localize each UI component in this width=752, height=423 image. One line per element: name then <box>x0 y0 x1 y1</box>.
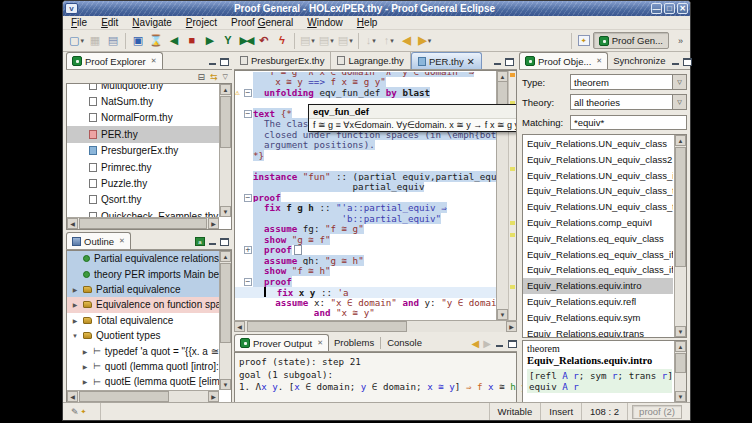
proof-explorer-hscrollbar[interactable]: ◀ ▶ <box>67 217 219 229</box>
code-line[interactable]: and "x ≅ y" <box>235 308 496 319</box>
menu-file[interactable]: File <box>71 17 87 28</box>
minimize-button[interactable]: — <box>651 3 662 14</box>
file-item-multiquote-thy[interactable]: Multiquote.thy <box>67 84 219 93</box>
scroll-left-icon[interactable]: ◀ <box>67 218 78 229</box>
proof-explorer-vscrollbar[interactable]: ▲ ▼ <box>219 84 231 217</box>
stop-icon[interactable]: ■ <box>183 32 201 50</box>
scroll-thumb[interactable] <box>220 263 231 343</box>
annotation-mark[interactable] <box>510 233 515 237</box>
matching-input[interactable]: *equiv* <box>570 115 687 130</box>
scroll-up-icon[interactable]: ▲ <box>497 71 508 82</box>
file-item-qsort-thy[interactable]: Qsort.thy <box>67 192 219 208</box>
prev-annotation-icon[interactable]: ↑▾ <box>380 32 398 50</box>
open-resource-icon[interactable]: ▤▾ <box>336 32 355 50</box>
file-item-natsum-thy[interactable]: NatSum.thy <box>67 93 219 109</box>
interrupt-icon[interactable]: ϟ <box>273 32 291 50</box>
file-item-primrec-thy[interactable]: Primrec.thy <box>67 159 219 175</box>
fold-toggle-icon[interactable]: + <box>244 246 252 254</box>
menu-proof-general[interactable]: Proof General <box>231 17 293 28</box>
sync-with-prover-icon[interactable]: a <box>195 237 205 246</box>
editor-hscrollbar[interactable]: ◀ ▶ <box>234 320 517 332</box>
file-item-puzzle-thy[interactable]: Puzzle.thy <box>67 175 219 191</box>
tab-prover-output[interactable]: Prover Output ✕ <box>234 334 329 351</box>
minimize-view-icon[interactable] <box>495 340 504 348</box>
code-line[interactable]: − proof <box>235 277 496 288</box>
outline-item[interactable]: ▶Total equivalence <box>67 313 219 328</box>
tree-toggle-icon[interactable]: ▶ <box>71 317 79 324</box>
scroll-thumb[interactable] <box>79 218 207 229</box>
prev-output-icon[interactable]: ◀ <box>472 338 480 349</box>
perspective-proof-general-button[interactable]: Proof Gen... <box>593 32 669 49</box>
tree-toggle-icon[interactable]: ▶ <box>81 378 89 385</box>
menu-window[interactable]: Window <box>307 17 343 28</box>
fold-toggle-icon[interactable]: − <box>244 194 252 202</box>
editor-content[interactable]: f ≅ g" ∧ x ∈ domain" ∧ "y ∈ domain" ⇒ x … <box>234 70 517 320</box>
outline-vscrollbar[interactable]: ▲ ▼ <box>219 251 231 390</box>
save-icon[interactable]: ▦ <box>86 32 104 50</box>
theorem-list-item[interactable]: Equiv_Relations.UN_equiv_class2 <box>523 152 673 168</box>
file-item-presburgerex-thy[interactable]: PresburgerEx.thy <box>67 143 219 159</box>
undo-step-icon[interactable]: ◀ <box>165 32 183 50</box>
minimize-view-icon[interactable] <box>493 58 502 66</box>
scroll-right-icon[interactable]: ▶ <box>208 391 219 402</box>
theorem-list-item[interactable]: Equiv_Relations.equiv.refl <box>523 294 673 310</box>
scroll-right-icon[interactable]: ▶ <box>208 218 219 229</box>
forward-history-icon[interactable]: ▶▾ <box>416 32 434 50</box>
scroll-down-icon[interactable]: ▼ <box>675 391 686 402</box>
outline-item[interactable]: ▼Quotient types <box>67 328 219 343</box>
outline-item[interactable]: Partial equivalence relations <box>67 251 219 266</box>
next-annotation-icon[interactable]: ↓▾ <box>362 32 380 50</box>
theorem-list-item[interactable]: Equiv_Relations.UN_equiv_class <box>523 136 673 152</box>
tab-console[interactable]: Console <box>382 334 427 351</box>
outline-item[interactable]: ▶⊢quotI (lemma quotI [intro]: " <box>67 359 219 374</box>
scroll-down-icon[interactable]: ▼ <box>220 379 231 390</box>
tab-proof-objects[interactable]: Proof Obje... ✕ <box>519 52 608 69</box>
fold-toggle-icon[interactable]: − <box>244 89 252 97</box>
close-icon[interactable]: ✕ <box>151 57 157 65</box>
print-icon[interactable]: ▤ <box>104 32 122 50</box>
close-button[interactable]: ✕ <box>677 3 688 14</box>
code-line[interactable]: argument positions). <box>235 140 496 151</box>
outline-item[interactable]: ▶⊢quotE (lemma quotE [elim]: <box>67 374 219 389</box>
detail-vscrollbar[interactable]: ▲ ▼ <box>674 341 686 402</box>
tree-toggle-icon[interactable]: ▼ <box>71 333 79 339</box>
prover-output-content[interactable]: proof (state): step 21goal (1 subgoal):1… <box>234 352 517 403</box>
theorem-list-item[interactable]: Equiv_Relations.eq_equiv_class_iff2 <box>523 262 673 278</box>
theorem-list-item[interactable]: Equiv_Relations.UN_equiv_class_inject <box>523 168 673 184</box>
outline-item[interactable]: ▶⊢typedef 'a quot = "{{x. a ≅ <box>67 343 219 358</box>
maximize-view-icon[interactable] <box>505 58 514 66</box>
maximize-view-icon[interactable] <box>683 58 692 66</box>
close-icon[interactable]: ✕ <box>317 339 323 347</box>
window-menu-button[interactable]: v <box>65 3 78 14</box>
theorem-list-item[interactable]: Equiv_Relations.eq_equiv_class_iff <box>523 247 673 263</box>
theorem-list-item[interactable]: Equiv_Relations.comp_equivI <box>523 215 673 231</box>
menu-navigate[interactable]: Navigate <box>132 17 171 28</box>
tree-toggle-icon[interactable]: ▶ <box>71 286 79 293</box>
tab-problems[interactable]: Problems <box>329 334 379 351</box>
fold-toggle-icon[interactable]: − <box>244 278 252 286</box>
annotation-mark[interactable] <box>510 221 515 225</box>
scroll-up-icon[interactable]: ▲ <box>675 135 686 146</box>
scroll-up-icon[interactable]: ▲ <box>220 251 231 262</box>
scroll-thumb[interactable] <box>247 321 407 332</box>
menu-help[interactable]: Help <box>357 17 378 28</box>
editor-tab-per-thy[interactable]: PER.thy✕ <box>411 52 482 69</box>
code-line[interactable]: f ≅ g" ∧ x ∈ domain" ∧ "y ∈ domain" ⇒ <box>235 72 496 77</box>
fold-toggle-icon[interactable]: − <box>244 110 252 118</box>
view-menu-icon[interactable]: ▽ <box>223 73 228 81</box>
scroll-left-icon[interactable]: ◀ <box>67 391 78 402</box>
file-item-normalform-thy[interactable]: NormalForm.thy <box>67 110 219 126</box>
next-edit-icon[interactable]: ▤▾ <box>298 32 317 50</box>
scroll-thumb[interactable] <box>675 147 686 267</box>
scroll-up-icon[interactable]: ▲ <box>220 84 231 95</box>
open-definition-icon[interactable]: ▣ <box>129 32 147 50</box>
tab-proof-explorer[interactable]: Proof Explorer ✕ <box>66 52 163 69</box>
collapse-all-icon[interactable]: ⊟ <box>198 72 206 82</box>
theorem-list-item[interactable]: Equiv_Relations.eq_equiv_class <box>523 231 673 247</box>
theorem-list-item[interactable]: Equiv_Relations.equiv.sym <box>523 310 673 326</box>
close-icon[interactable]: ✕ <box>596 57 602 65</box>
chevron-down-icon[interactable]: ▽ <box>672 95 686 109</box>
outline-item[interactable]: theory PER imports Main begin <box>67 266 219 281</box>
scroll-thumb[interactable] <box>675 353 686 373</box>
toolbar-overflow-chevron[interactable]: » <box>678 36 683 46</box>
